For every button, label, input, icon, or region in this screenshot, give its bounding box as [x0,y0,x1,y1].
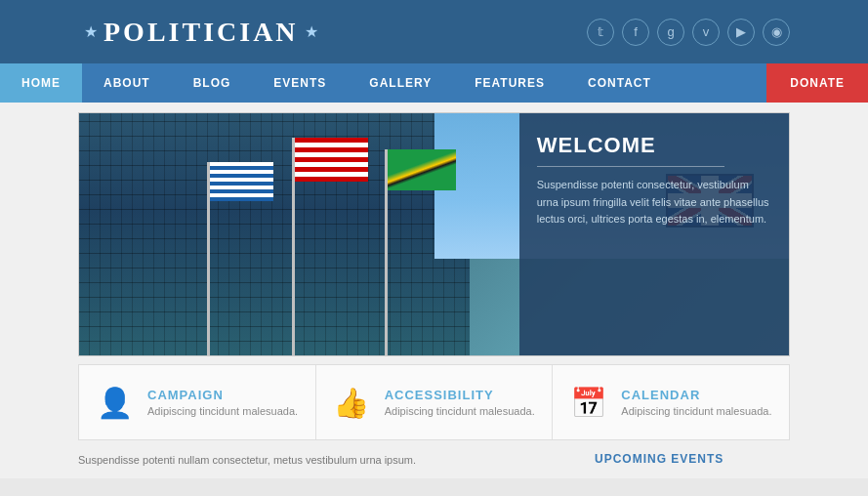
feature-calendar[interactable]: 📅 CALENDAR Adipiscing tincidunt malesuad… [553,365,789,439]
feature-accessibility[interactable]: 👍 ACCESSIBILITY Adipiscing tincidunt mal… [316,365,554,439]
flag-usa [295,138,368,182]
features-row: 👤 CAMPAIGN Adipiscing tincidunt malesuad… [78,364,790,440]
campaign-desc: Adipiscing tincidunt malesuada. [147,405,298,417]
accessibility-desc: Adipiscing tincidunt malesuada. [385,405,535,417]
google-icon[interactable]: g [657,19,684,46]
youtube-icon[interactable]: ▶ [727,19,755,46]
rss-icon[interactable]: ◉ [763,19,790,46]
nav-about[interactable]: ABOUT [82,63,172,103]
flag-uruguay [210,162,273,201]
header: ★ POLITICIAN ★ 𝕥 f g v ▶ ◉ [0,0,868,63]
logo-star-left: ★ [84,22,98,41]
nav-home[interactable]: HOME [0,63,82,103]
welcome-overlay: WELCOME Suspendisse potenti consectetur,… [519,113,789,355]
logo-star-right: ★ [305,22,318,41]
facebook-icon[interactable]: f [622,19,649,46]
accessibility-title: ACCESSIBILITY [385,388,535,402]
campaign-title: CAMPAIGN [147,388,298,402]
feature-campaign-content: CAMPAIGN Adipiscing tincidunt malesuada. [147,388,298,417]
hero-banner: WELCOME Suspendisse potenti consectetur,… [78,112,790,356]
feature-calendar-content: CALENDAR Adipiscing tincidunt malesuada. [621,388,771,417]
welcome-title: WELCOME [537,133,771,158]
welcome-divider [537,166,724,167]
nav-blog[interactable]: BLOG [172,63,253,103]
nav-gallery[interactable]: GALLERY [348,63,453,103]
bottom-area: Suspendisse potenti nullam consectetur, … [78,440,790,469]
logo: ★ POLITICIAN ★ [78,17,324,48]
twitter-icon[interactable]: 𝕥 [587,19,614,46]
welcome-text: Suspendisse potenti consectetur, vestibu… [537,177,771,228]
flag-tanzania [388,149,456,190]
campaign-icon: 👤 [93,381,136,424]
bottom-right: UPCOMING EVENTS [595,452,790,469]
nav-contact[interactable]: CONTACT [566,63,673,103]
main-content: WELCOME Suspendisse potenti consectetur,… [0,103,868,478]
upcoming-events-title: UPCOMING EVENTS [595,452,790,466]
logo-text: POLITICIAN [103,17,299,48]
vimeo-icon[interactable]: v [692,19,720,46]
nav-events[interactable]: EVENTS [252,63,348,103]
calendar-desc: Adipiscing tincidunt malesuada. [621,405,771,417]
social-icons-group: 𝕥 f g v ▶ ◉ [587,19,790,46]
feature-accessibility-content: ACCESSIBILITY Adipiscing tincidunt males… [385,388,535,417]
donate-button[interactable]: DONATE [766,63,868,103]
navigation: HOME ABOUT BLOG EVENTS GALLERY FEATURES … [0,63,868,103]
accessibility-icon: 👍 [330,381,373,424]
feature-campaign[interactable]: 👤 CAMPAIGN Adipiscing tincidunt malesuad… [79,365,316,439]
calendar-title: CALENDAR [621,388,771,402]
bottom-left-text: Suspendisse potenti nullam consectetur, … [78,452,575,469]
calendar-icon: 📅 [566,381,609,424]
nav-features[interactable]: FEATURES [453,63,566,103]
